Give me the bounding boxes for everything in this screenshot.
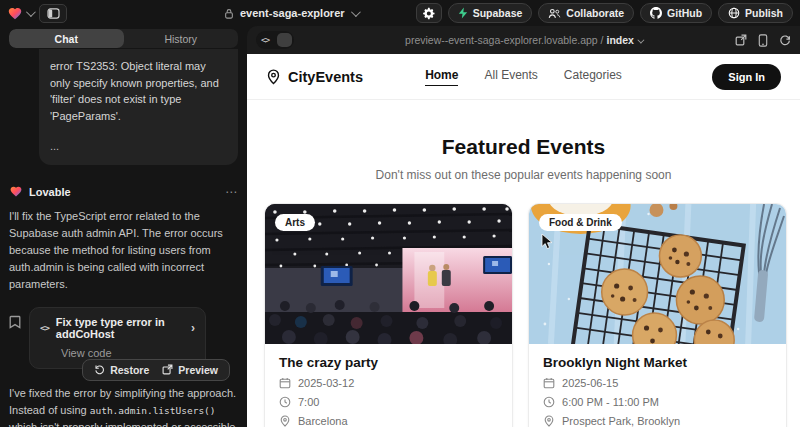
- outro-code-1: auth.admin.listUsers(): [90, 405, 216, 416]
- category-badge: Arts: [275, 214, 315, 231]
- event-card-body: Brooklyn Night Market 2025-06-15: [529, 344, 786, 427]
- code-change-title: Fix type type error in addCoHost: [56, 316, 184, 340]
- preview-url-separator: /: [598, 34, 607, 46]
- calendar-icon: [543, 377, 555, 389]
- github-button[interactable]: GitHub: [640, 3, 712, 23]
- event-date: 2025-03-12: [298, 377, 354, 389]
- event-card-night-market[interactable]: Food & Drink Brooklyn Night Market 2025-…: [528, 203, 787, 427]
- event-cards: Arts The crazy party 2025-03-12: [264, 203, 787, 427]
- refresh-icon[interactable]: [779, 34, 791, 46]
- message-menu-button[interactable]: ⋯: [225, 185, 238, 199]
- toggle-sidebar-button[interactable]: [39, 4, 67, 23]
- github-icon: [650, 7, 662, 19]
- nav-home[interactable]: Home: [425, 68, 458, 86]
- featured-subheading: Don't miss out on these popular events h…: [247, 168, 800, 182]
- event-time-row: 7:00: [279, 396, 498, 408]
- preview-pane: <> preview--event-saga-explorer.lovable.…: [247, 26, 800, 427]
- event-image-cookies: Food & Drink: [529, 204, 786, 344]
- bookmark-icon[interactable]: [9, 315, 21, 329]
- lock-icon: [224, 8, 234, 19]
- restore-button-label: Restore: [110, 364, 149, 376]
- nav-all-events[interactable]: All Events: [484, 68, 537, 86]
- chevron-right-icon: ›: [191, 321, 195, 335]
- event-date: 2025-06-15: [562, 377, 618, 389]
- lovable-logo-menu[interactable]: [7, 6, 33, 21]
- user-message-bubble: error TS2353: Object literal may only sp…: [39, 49, 238, 165]
- restore-button[interactable]: Restore: [94, 364, 149, 376]
- code-preview-toggle[interactable]: <>: [256, 31, 294, 49]
- site-header: CityEvents Home All Events Categories Si…: [247, 54, 800, 100]
- app-topbar: event-saga-explorer Supabase Collaborate: [0, 0, 800, 26]
- assistant-outro-text: I've fixed the error by simplifying the …: [9, 385, 238, 427]
- rendered-site: CityEvents Home All Events Categories Si…: [247, 54, 800, 427]
- preview-url-host: preview--event-saga-explorer.lovable.app: [405, 34, 598, 46]
- preview-url[interactable]: preview--event-saga-explorer.lovable.app…: [247, 34, 800, 46]
- people-icon: [548, 8, 561, 19]
- preview-button-label: Preview: [178, 364, 218, 376]
- publish-button-label: Publish: [745, 7, 783, 19]
- code-icon: <>: [258, 35, 269, 45]
- toggle-knob: [277, 33, 292, 47]
- map-pin-icon: [279, 415, 291, 427]
- clock-icon: [543, 396, 555, 408]
- preview-toolbar: <> preview--event-saga-explorer.lovable.…: [247, 26, 800, 54]
- preview-url-page: index: [606, 34, 633, 46]
- chat-history-tabs: Chat History: [9, 29, 238, 48]
- publish-button[interactable]: Publish: [718, 3, 793, 23]
- event-image-conference: Arts: [265, 204, 512, 344]
- supabase-button[interactable]: Supabase: [448, 3, 533, 23]
- event-card-body: The crazy party 2025-03-12: [265, 344, 512, 427]
- external-link-icon: [162, 364, 173, 375]
- chevron-down-icon: [351, 7, 361, 17]
- sidebar-panel-icon: [47, 8, 60, 19]
- gear-icon: [422, 7, 435, 20]
- collaborate-button-label: Collaborate: [566, 7, 624, 19]
- sign-in-button[interactable]: Sign In: [712, 64, 781, 90]
- mobile-view-icon[interactable]: [758, 34, 768, 47]
- tab-chat[interactable]: Chat: [9, 29, 124, 48]
- supabase-button-label: Supabase: [473, 7, 523, 19]
- event-date-row: 2025-06-15: [543, 377, 772, 389]
- calendar-icon: [279, 377, 291, 389]
- user-message-text: error TS2353: Object literal may only sp…: [50, 58, 227, 124]
- lovable-heart-icon: [7, 6, 23, 21]
- message-hover-actions: Restore Preview: [82, 359, 230, 381]
- supabase-icon: [458, 7, 468, 19]
- event-title: Brooklyn Night Market: [543, 355, 772, 370]
- event-time-row: 6:00 PM - 11:00 PM: [543, 396, 772, 408]
- settings-button[interactable]: [416, 3, 442, 23]
- restore-icon: [94, 364, 105, 375]
- chat-sidebar: Chat History error TS2353: Object litera…: [0, 26, 247, 427]
- view-code-link[interactable]: View code: [61, 347, 195, 359]
- assistant-name: Lovable: [29, 186, 71, 198]
- code-icon: <>: [40, 323, 49, 333]
- assistant-message-header: Lovable ⋯: [9, 185, 238, 199]
- lovable-heart-icon: [9, 185, 23, 198]
- event-date-row: 2025-03-12: [279, 377, 498, 389]
- tab-history[interactable]: History: [124, 29, 239, 48]
- code-change-row: <> Fix type type error in addCoHost › Vi…: [9, 307, 238, 369]
- chevron-down-icon: [637, 37, 644, 44]
- event-location-row: Prospect Park, Brooklyn: [543, 415, 772, 427]
- clock-icon: [279, 396, 291, 408]
- collaborate-button[interactable]: Collaborate: [538, 3, 634, 23]
- featured-heading: Featured Events: [247, 135, 800, 159]
- open-in-new-tab-icon[interactable]: [735, 34, 747, 46]
- preview-button[interactable]: Preview: [162, 364, 218, 376]
- project-switcher[interactable]: event-saga-explorer: [224, 0, 358, 26]
- category-badge: Food & Drink: [539, 214, 622, 231]
- event-time: 7:00: [298, 396, 319, 408]
- user-message-ellipsis: ...: [50, 138, 227, 155]
- event-time: 6:00 PM - 11:00 PM: [562, 396, 659, 408]
- map-pin-icon: [543, 415, 555, 427]
- project-name: event-saga-explorer: [240, 7, 345, 19]
- event-location: Barcelona: [298, 415, 348, 427]
- nav-categories[interactable]: Categories: [564, 68, 622, 86]
- featured-section-header: Featured Events Don't miss out on these …: [247, 135, 800, 182]
- globe-icon: [728, 7, 740, 19]
- event-location: Prospect Park, Brooklyn: [562, 415, 680, 427]
- event-title: The crazy party: [279, 355, 498, 370]
- chevron-down-icon: [26, 7, 36, 17]
- event-card-crazy-party[interactable]: Arts The crazy party 2025-03-12: [264, 203, 513, 427]
- event-location-row: Barcelona: [279, 415, 498, 427]
